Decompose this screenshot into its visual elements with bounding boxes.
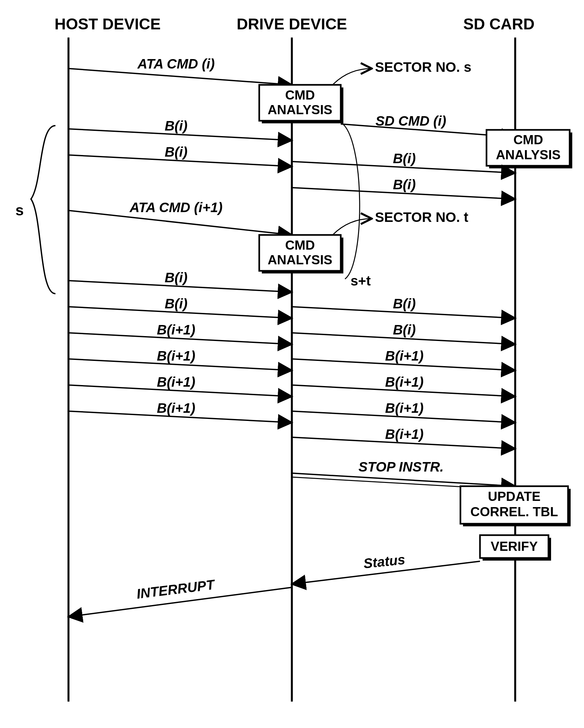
curve-splus-t (341, 122, 360, 279)
label-sd-bi-4: B(i) (393, 322, 416, 337)
label-sector-t: SECTOR NO. t (375, 209, 468, 225)
actor-sd: SD CARD (463, 15, 535, 33)
label-host-bi-1: B(i) (165, 118, 188, 133)
label-sd-bi1-2: B(i+1) (385, 374, 423, 390)
label-sd-bi1-4: B(i+1) (385, 426, 423, 442)
label-sector-s: SECTOR NO. s (375, 59, 472, 75)
label-ata-cmd-i1: ATA CMD (i+1) (129, 200, 222, 215)
verify-label: VERIFY (491, 539, 538, 553)
label-sd-bi-1: B(i) (393, 151, 416, 166)
label-interrupt: INTERRUPT (136, 577, 217, 601)
label-sd-bi-3: B(i) (393, 296, 416, 311)
actor-drive: DRIVE DEVICE (237, 15, 347, 33)
label-status: Status (363, 551, 406, 571)
arrow-stop-instr-1 (292, 473, 515, 486)
cmd-analysis-3-line2: ANALYSIS (268, 253, 333, 267)
update-tbl-l2: CORREL. TBL (471, 504, 558, 519)
label-host-bi-2: B(i) (165, 144, 188, 160)
label-sd-bi1-3: B(i+1) (385, 400, 423, 416)
label-host-bi-4: B(i) (165, 296, 188, 311)
pointer-sector-t (333, 218, 372, 235)
label-ata-cmd-i: ATA CMD (i) (137, 56, 215, 72)
label-stop-instr: STOP INSTR. (358, 459, 443, 474)
cmd-analysis-2-line1: CMD (513, 132, 543, 147)
label-host-bi-3: B(i) (165, 270, 188, 285)
sequence-diagram: HOST DEVICE DRIVE DEVICE SD CARD ATA CMD… (0, 0, 584, 728)
brace-s (31, 126, 55, 294)
label-brace-s: s (15, 202, 24, 218)
label-host-bi1-3: B(i+1) (157, 374, 195, 390)
label-host-bi1-2: B(i+1) (157, 348, 195, 364)
label-host-bi1-1: B(i+1) (157, 322, 195, 337)
label-sd-bi-2: B(i) (393, 177, 416, 192)
pointer-sector-s (333, 69, 372, 85)
label-host-bi1-4: B(i+1) (157, 400, 195, 416)
cmd-analysis-1-line2: ANALYSIS (268, 102, 333, 117)
update-tbl-l1: UPDATE (488, 489, 540, 503)
label-sd-cmd-i: SD CMD (i) (376, 113, 446, 129)
label-sd-bi1-1: B(i+1) (385, 348, 423, 364)
label-splus-t: s+t (351, 273, 371, 288)
cmd-analysis-1-line1: CMD (285, 88, 315, 102)
cmd-analysis-2-line2: ANALYSIS (496, 148, 561, 162)
actor-host: HOST DEVICE (54, 15, 161, 33)
cmd-analysis-3-line1: CMD (285, 238, 315, 252)
